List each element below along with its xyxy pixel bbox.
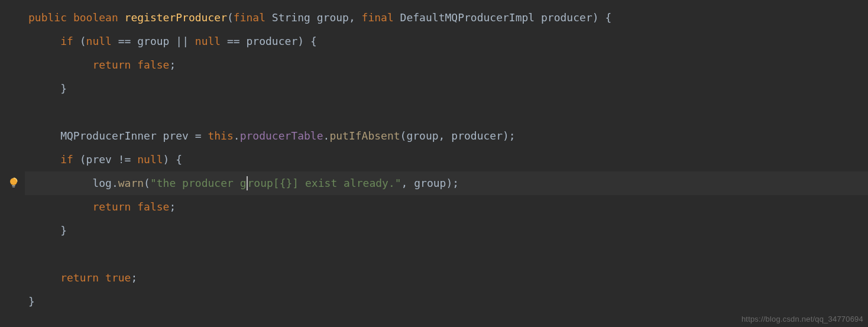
code-token: if xyxy=(60,153,73,166)
code-token: boolean xyxy=(73,11,118,24)
code-token: "the producer g xyxy=(150,177,247,189)
code-line[interactable]: } xyxy=(25,219,868,242)
code-token: final xyxy=(234,11,265,24)
code-token: . xyxy=(234,129,240,142)
svg-rect-1 xyxy=(12,185,15,186)
code-token: ; xyxy=(169,59,176,71)
code-token: } xyxy=(60,224,67,237)
code-token: putIfAbsent xyxy=(329,129,400,142)
code-token: return false xyxy=(92,200,169,213)
code-token: log. xyxy=(92,177,118,189)
code-token: null xyxy=(137,153,163,166)
code-line[interactable]: if (null == group || null == producer) { xyxy=(25,30,868,53)
code-token: null xyxy=(86,35,112,47)
code-token: , xyxy=(349,11,362,24)
code-token: return false xyxy=(92,59,169,71)
code-token: warn xyxy=(118,177,144,189)
code-token: . xyxy=(323,129,330,142)
code-token: , group); xyxy=(401,177,459,189)
code-editor[interactable]: public boolean registerProducer(final St… xyxy=(0,0,868,327)
code-token xyxy=(265,11,272,24)
code-token: ) { xyxy=(592,11,612,24)
code-token: registerProducer xyxy=(125,11,227,24)
code-line[interactable]: return false; xyxy=(25,53,868,77)
code-line[interactable]: } xyxy=(25,290,868,313)
code-token: producerTable xyxy=(240,129,323,142)
code-token: ) { xyxy=(163,153,183,166)
code-line[interactable] xyxy=(25,242,868,266)
code-line[interactable]: return true; xyxy=(25,266,868,290)
code-token: this xyxy=(208,129,233,142)
code-token: final xyxy=(362,11,394,24)
code-area[interactable]: public boolean registerProducer(final St… xyxy=(25,0,868,327)
svg-rect-2 xyxy=(12,187,15,187)
code-line[interactable]: log.warn("the producer group[{}] exist a… xyxy=(25,171,868,195)
code-line[interactable]: public boolean registerProducer(final St… xyxy=(25,6,868,30)
code-line[interactable]: MQProducerInner prev = this.producerTabl… xyxy=(25,124,868,148)
watermark-text: https://blog.csdn.net/qq_34770694 xyxy=(741,315,863,323)
code-token: ( xyxy=(144,177,150,189)
code-token: (group, producer); xyxy=(400,129,516,142)
code-token: if xyxy=(60,35,73,47)
code-token: == group || xyxy=(112,35,195,47)
code-token: (prev != xyxy=(73,153,137,166)
code-token: roup[{}] exist already." xyxy=(248,177,401,189)
code-line[interactable]: } xyxy=(25,77,868,101)
code-token: == producer) { xyxy=(221,35,317,47)
code-token: DefaultMQProducerImpl producer xyxy=(400,11,592,24)
gutter xyxy=(0,0,25,327)
code-token xyxy=(394,11,400,24)
code-token: ( xyxy=(73,35,86,47)
code-token: public xyxy=(28,11,67,24)
code-token: ; xyxy=(131,271,137,284)
code-token: String group xyxy=(272,11,349,24)
code-token: } xyxy=(60,82,67,95)
code-token: } xyxy=(28,295,35,307)
code-token: ; xyxy=(169,200,176,213)
code-line[interactable]: if (prev != null) { xyxy=(25,148,868,171)
code-token xyxy=(118,11,125,24)
code-line[interactable] xyxy=(25,101,868,124)
code-line[interactable]: return false; xyxy=(25,195,868,219)
code-token: ( xyxy=(227,11,234,24)
code-token: MQProducerInner prev = xyxy=(60,129,208,142)
code-token xyxy=(67,11,73,24)
code-token: null xyxy=(195,35,221,47)
intention-bulb-icon[interactable] xyxy=(7,176,20,189)
code-token: return true xyxy=(60,271,131,284)
